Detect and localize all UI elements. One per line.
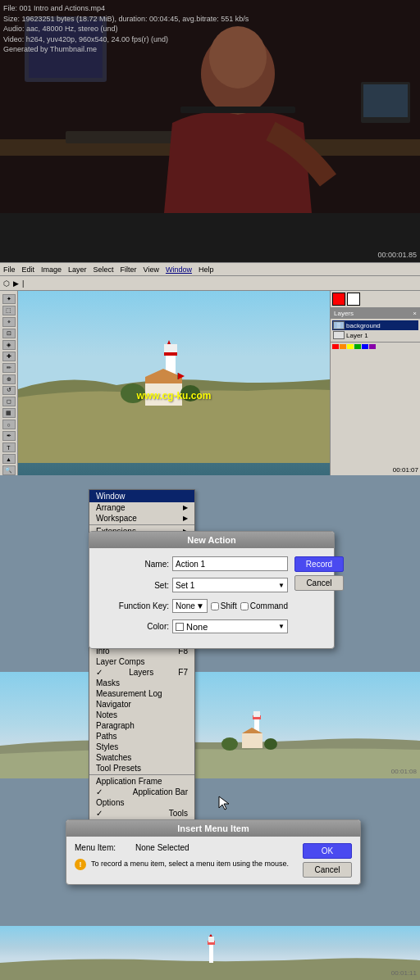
- svg-rect-27: [242, 733, 262, 748]
- menu-arrange[interactable]: Arrange ▶: [89, 502, 194, 513]
- fkey-select[interactable]: None ▼: [172, 599, 208, 613]
- bottom-landscape: 00:01:11: [0, 926, 420, 980]
- color-row: Color: None ▼: [99, 619, 288, 633]
- fkey-arrow: ▼: [196, 601, 204, 610]
- tool-lasso[interactable]: ⌖: [2, 317, 16, 327]
- name-row: Name:: [99, 556, 288, 571]
- ps-options-icon: ⬡: [3, 279, 10, 288]
- tool-shape[interactable]: ▲: [2, 454, 16, 464]
- menu-application-frame[interactable]: Application Frame: [89, 776, 194, 787]
- shift-label: Shift: [221, 601, 237, 610]
- tool-history[interactable]: ↺: [2, 386, 16, 396]
- tool-dodge[interactable]: ○: [2, 420, 16, 429]
- menu-layers[interactable]: Layers F7: [89, 667, 194, 678]
- warning-icon: !: [75, 859, 86, 870]
- menu-help[interactable]: Help: [199, 265, 214, 274]
- menu-masks[interactable]: Masks: [89, 678, 194, 688]
- tool-brush[interactable]: ✏: [2, 363, 16, 373]
- foreground-color[interactable]: [332, 293, 345, 306]
- command-checkbox[interactable]: [240, 602, 249, 610]
- swatch-blue: [362, 344, 368, 349]
- tool-text[interactable]: T: [2, 442, 16, 452]
- menu-view[interactable]: View: [144, 265, 159, 274]
- tool-erase[interactable]: ◻: [2, 397, 16, 406]
- file-info-line1: File: 001 Intro and Actions.mp4: [3, 3, 249, 14]
- menu-styles[interactable]: Styles: [89, 742, 194, 752]
- svg-rect-33: [209, 942, 213, 963]
- record-button[interactable]: Record: [294, 556, 344, 572]
- menu-measurement-log[interactable]: Measurement Log: [89, 688, 194, 699]
- menu-edit[interactable]: Edit: [22, 265, 35, 274]
- file-info-line3: Audio: aac, 48000 Hz, stereo (und): [3, 24, 249, 34]
- menu-tools[interactable]: Tools: [89, 808, 194, 819]
- background-color[interactable]: [347, 293, 360, 306]
- ps-panels: Layers × ▒ background Layer 1: [330, 291, 420, 475]
- menu-sep1: [89, 524, 194, 525]
- menu-filter[interactable]: Filter: [121, 265, 137, 274]
- layers-title: Layers: [334, 310, 354, 317]
- file-info-line2: Size: 19623251 bytes (18.72 MiB), durati…: [3, 14, 249, 25]
- fkey-value: None: [176, 601, 195, 610]
- ps-tools-panel: ✦ ⬚ ⌖ ⊡ ◈ ✚ ✏ ⊕ ↺ ◻ ▦ ○ ✒ T ▲ 🔍: [0, 291, 18, 475]
- tool-move[interactable]: ✦: [2, 294, 16, 304]
- svg-marker-31: [219, 796, 229, 810]
- menu-file[interactable]: File: [3, 265, 16, 274]
- menu-item-row: Menu Item: None Selected: [75, 843, 299, 852]
- set-value: Set 1: [176, 581, 194, 590]
- layers-close[interactable]: ×: [413, 310, 417, 317]
- layer-name-2: Layer 1: [346, 332, 368, 339]
- menu-sep3: [89, 774, 194, 775]
- watermark: www.cg-ku.com: [137, 390, 212, 402]
- menu-swatches[interactable]: Swatches: [89, 752, 194, 763]
- cancel-button-new-action[interactable]: Cancel: [294, 575, 344, 591]
- ps-canvas: www.cg-ku.com: [18, 291, 330, 475]
- menu-navigator[interactable]: Navigator: [89, 699, 194, 710]
- name-input[interactable]: [172, 556, 288, 571]
- layers-panel-header: Layers ×: [331, 308, 420, 319]
- ok-button[interactable]: OK: [303, 843, 352, 859]
- color-select[interactable]: None ▼: [172, 619, 288, 633]
- menu-application-bar[interactable]: Application Bar: [89, 787, 194, 797]
- tool-crop[interactable]: ⊡: [2, 329, 16, 338]
- menu-paragraph[interactable]: Paragraph: [89, 720, 194, 731]
- shift-checkbox-label[interactable]: Shift: [211, 601, 237, 610]
- svg-rect-17: [145, 377, 182, 383]
- lighthouse-image: www.cg-ku.com: [18, 291, 330, 475]
- cancel-button-insert[interactable]: Cancel: [303, 862, 352, 878]
- layer-name-1: background: [346, 322, 381, 329]
- menu-item-value: None Selected: [135, 843, 189, 852]
- layer-thumbnail-1: ▒: [333, 321, 345, 329]
- tool-pen[interactable]: ✒: [2, 431, 16, 441]
- tool-eyedrop[interactable]: ◈: [2, 340, 16, 350]
- ps-timestamp: 00:01:07: [393, 466, 418, 474]
- menu-window[interactable]: Window: [166, 265, 192, 274]
- command-checkbox-label[interactable]: Command: [240, 601, 288, 610]
- menu-options[interactable]: Options: [89, 797, 194, 808]
- menu-layer[interactable]: Layer: [68, 265, 87, 274]
- menu-layer-comps[interactable]: Layer Comps: [89, 656, 194, 667]
- svg-rect-9: [363, 84, 408, 117]
- menu-notes[interactable]: Notes: [89, 710, 194, 720]
- swatch-orange: [340, 344, 346, 349]
- color-arrow: ▼: [278, 623, 285, 630]
- set-label: Set:: [99, 581, 169, 590]
- tool-zoom[interactable]: 🔍: [2, 465, 16, 475]
- set-select[interactable]: Set 1 ▼: [172, 578, 288, 592]
- menu-item-label: Menu Item:: [75, 843, 132, 852]
- photoshop-section: File Edit Image Layer Select Filter View…: [0, 262, 420, 475]
- function-key-row: Function Key: None ▼ Shift Command: [99, 599, 288, 613]
- landscape-section-2: 00:01:08: [0, 672, 420, 778]
- menu-paths[interactable]: Paths: [89, 731, 194, 742]
- menu-image[interactable]: Image: [41, 265, 62, 274]
- function-key-label: Function Key:: [99, 601, 169, 610]
- tool-heal[interactable]: ✚: [2, 352, 16, 361]
- menu-select[interactable]: Select: [94, 265, 114, 274]
- tool-gradient[interactable]: ▦: [2, 408, 16, 418]
- svg-rect-35: [208, 937, 214, 942]
- menu-tool-presets[interactable]: Tool Presets: [89, 763, 194, 774]
- tool-stamp[interactable]: ⊕: [2, 374, 16, 384]
- ps-menubar: File Edit Image Layer Select Filter View…: [0, 263, 420, 276]
- menu-workspace[interactable]: Workspace ▶: [89, 513, 194, 524]
- tool-select[interactable]: ⬚: [2, 306, 16, 315]
- shift-checkbox[interactable]: [211, 602, 219, 610]
